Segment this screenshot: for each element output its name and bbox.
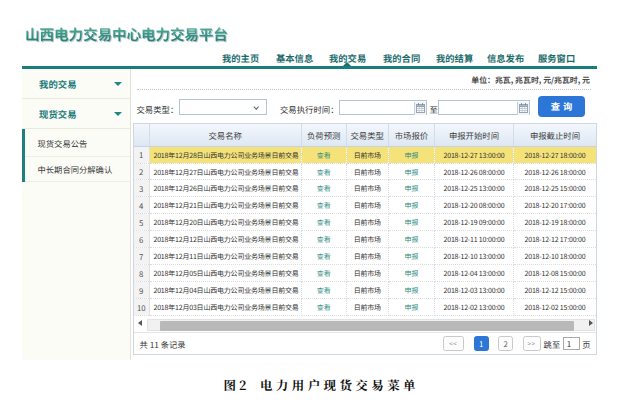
horizontal-scrollbar[interactable] <box>134 317 596 332</box>
end-time-cell: 2018-12-10 18:00:00 <box>514 248 597 265</box>
sidebar-submenu-group: 现货交易公告 中长期合同分解确认 <box>22 129 130 182</box>
start-time-cell: 2018-12-04 13:00:00 <box>435 265 514 282</box>
table-row[interactable]: 62018年12月12日山西电力公司业务场景日前交易查看日前市场申报2018-1… <box>134 231 596 248</box>
end-time-cell: 2018-12-26 18:00:00 <box>514 163 597 180</box>
scrollbar-thumb[interactable] <box>160 321 574 331</box>
chevron-down-icon <box>253 104 259 110</box>
view-link[interactable]: 查看 <box>317 268 331 278</box>
record-count: 共 11 条记录 <box>140 338 186 350</box>
trade-name-cell: 2018年12月04日山西电力公司业务场景日前交易 <box>149 282 302 299</box>
load-forecast-cell: 查看 <box>302 282 347 299</box>
page-2-button[interactable]: 2 <box>498 336 513 351</box>
trade-name-cell: 2018年12月20日山西电力公司业务场景日前交易 <box>149 214 302 231</box>
sidebar-menu-spot-trade[interactable]: 现货交易 <box>22 99 130 129</box>
trade-type-cell: 日前市场 <box>346 163 389 180</box>
quote-link[interactable]: 申报 <box>405 268 419 278</box>
sidebar-menu-my-trade[interactable]: 我的交易 <box>22 69 130 99</box>
unit-note: 单位：兆瓦, 兆瓦时, 元/兆瓦时, 元 <box>471 74 590 85</box>
jump-page-input[interactable] <box>563 337 580 351</box>
trade-type-select[interactable] <box>179 99 267 115</box>
nav-item-4[interactable]: 我的结算 <box>436 51 473 65</box>
quote-link[interactable]: 申报 <box>405 167 419 177</box>
prev-page-button[interactable]: << <box>443 336 465 351</box>
nav-item-3[interactable]: 我的合同 <box>383 51 420 65</box>
table-row[interactable]: 82018年12月05日山西电力公司业务场景日前交易查看日前市场申报2018-1… <box>134 265 596 282</box>
row-number: 6 <box>134 231 149 248</box>
market-quote-cell: 申报 <box>389 299 435 316</box>
start-time-cell: 2018-12-27 13:00:00 <box>435 146 514 163</box>
nav-item-5[interactable]: 信息发布 <box>487 51 524 65</box>
market-quote-cell: 申报 <box>389 282 435 299</box>
table-row[interactable]: 92018年12月04日山西电力公司业务场景日前交易查看日前市场申报2018-1… <box>134 282 596 299</box>
calendar-icon[interactable] <box>414 102 426 115</box>
trade-name-cell: 2018年12月21日山西电力公司业务场景日前交易 <box>149 197 302 214</box>
table-row[interactable]: 72018年12月11日山西电力公司业务场景日前交易查看日前市场申报2018-1… <box>134 248 596 265</box>
end-time-cell: 2018-12-20 17:00:00 <box>514 197 597 214</box>
view-link[interactable]: 查看 <box>317 150 331 160</box>
view-link[interactable]: 查看 <box>317 183 331 193</box>
page-unit-label: 页 <box>582 338 590 350</box>
col-header-type: 交易类型 <box>346 124 389 147</box>
calendar-glyph <box>519 103 528 113</box>
quote-link[interactable]: 申报 <box>405 251 419 261</box>
market-quote-cell: 申报 <box>389 231 435 248</box>
market-quote-cell: 申报 <box>389 146 435 163</box>
view-link[interactable]: 查看 <box>317 285 331 295</box>
view-link[interactable]: 查看 <box>317 217 331 227</box>
nav-item-6[interactable]: 服务窗口 <box>538 51 575 65</box>
chevron-down-icon <box>114 112 122 116</box>
view-link[interactable]: 查看 <box>317 251 331 261</box>
load-forecast-cell: 查看 <box>302 248 347 265</box>
quote-link[interactable]: 申报 <box>405 217 419 227</box>
trade-type-cell: 日前市场 <box>346 214 389 231</box>
row-number: 4 <box>134 197 149 214</box>
start-time-cell: 2018-12-20 08:00:00 <box>435 197 514 214</box>
trade-name-cell: 2018年12月12日山西电力公司业务场景日前交易 <box>149 231 302 248</box>
nav-item-1[interactable]: 基本信息 <box>276 51 313 65</box>
trade-type-cell: 日前市场 <box>346 282 389 299</box>
table-row[interactable]: 102018年12月03日山西电力公司业务场景日前交易查看日前市场申报2018-… <box>134 299 596 316</box>
table-row[interactable]: 42018年12月21日山西电力公司业务场景日前交易查看日前市场申报2018-1… <box>134 197 596 214</box>
next-page-button[interactable]: >> <box>523 336 541 351</box>
trade-name-cell: 2018年12月11日山西电力公司业务场景日前交易 <box>149 248 302 265</box>
active-tab-caret-icon <box>343 62 351 66</box>
search-button[interactable]: 查询 <box>538 96 585 117</box>
calendar-icon[interactable] <box>517 102 529 115</box>
trade-name-cell: 2018年12月03日山西电力公司业务场景日前交易 <box>149 299 302 316</box>
scroll-right-icon[interactable] <box>589 320 593 326</box>
quote-link[interactable]: 申报 <box>405 234 419 244</box>
quote-link[interactable]: 申报 <box>405 302 419 312</box>
scrollbar-track[interactable] <box>147 319 595 331</box>
sidebar-item-spot-notice[interactable]: 现货交易公告 <box>25 129 130 157</box>
row-number: 7 <box>134 248 149 265</box>
quote-link[interactable]: 申报 <box>405 150 419 160</box>
date-to-input[interactable] <box>438 100 530 115</box>
sidebar-item-midlong-contract[interactable]: 中长期合同分解确认 <box>25 157 130 182</box>
table-row[interactable]: 52018年12月20日山西电力公司业务场景日前交易查看日前市场申报2018-1… <box>134 214 596 231</box>
page-1-button[interactable]: 1 <box>474 336 489 351</box>
scroll-left-icon[interactable] <box>138 320 142 326</box>
nav-item-0[interactable]: 我的主页 <box>222 51 259 65</box>
datagrid-panel: 交易名称负荷预测交易类型市场报价申报开始时间申报截止时间 12018年12月28… <box>133 123 597 356</box>
sidebar: 我的交易 现货交易 现货交易公告 中长期合同分解确认 <box>22 69 131 361</box>
table-row[interactable]: 12018年12月28日山西电力公司业务场景日前交易查看日前市场申报2018-1… <box>134 146 596 163</box>
trade-type-label: 交易类型： <box>137 103 179 115</box>
to-label: 至 <box>430 103 438 115</box>
load-forecast-cell: 查看 <box>302 146 347 163</box>
quote-link[interactable]: 申报 <box>405 285 419 295</box>
col-header-no <box>134 124 149 147</box>
pagination-bar: 共 11 条记录 << 1 2 >> 跳至 页 <box>134 332 596 354</box>
view-link[interactable]: 查看 <box>317 302 331 312</box>
view-link[interactable]: 查看 <box>317 167 331 177</box>
view-link[interactable]: 查看 <box>317 200 331 210</box>
start-time-cell: 2018-12-03 13:00:00 <box>435 282 514 299</box>
view-link[interactable]: 查看 <box>317 234 331 244</box>
date-from-input[interactable] <box>339 100 427 115</box>
quote-link[interactable]: 申报 <box>405 183 419 193</box>
market-quote-cell: 申报 <box>389 248 435 265</box>
load-forecast-cell: 查看 <box>302 214 347 231</box>
quote-link[interactable]: 申报 <box>405 200 419 210</box>
table-header-row: 交易名称负荷预测交易类型市场报价申报开始时间申报截止时间 <box>134 124 596 147</box>
table-row[interactable]: 32018年12月26日山西电力公司业务场景日前交易查看日前市场申报2018-1… <box>134 180 596 197</box>
table-row[interactable]: 22018年12月27日山西电力公司业务场景日前交易查看日前市场申报2018-1… <box>134 163 596 180</box>
